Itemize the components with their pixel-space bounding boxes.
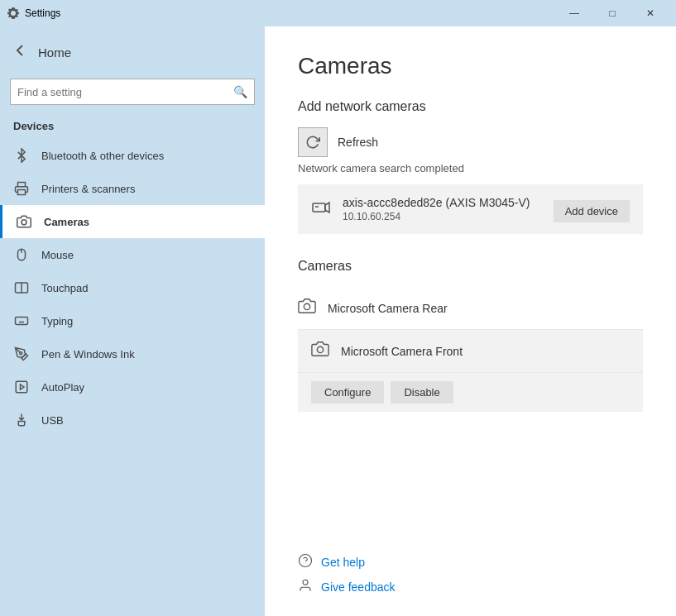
pen-icon [13,346,30,362]
svg-rect-15 [313,203,325,212]
footer-links: Get help Give feedback [298,533,643,599]
refresh-area: Refresh [298,127,643,157]
sidebar-item-bluetooth[interactable]: Bluetooth & other devices [0,139,265,172]
touchpad-icon [13,279,30,296]
title-bar: Settings — □ ✕ [0,0,676,26]
refresh-label: Refresh [338,136,378,149]
settings-window-icon [7,7,20,20]
sidebar-item-typing[interactable]: Typing [0,304,265,337]
get-help-link[interactable]: Get help [298,550,643,575]
printer-icon [13,180,30,197]
sidebar-item-mouse[interactable]: Mouse [0,238,265,271]
close-button[interactable]: ✕ [631,0,669,26]
app-body: Home 🔍 Devices Bluetooth & other devices [0,26,676,616]
cameras-label: Cameras [44,216,89,228]
usb-label: USB [41,414,64,427]
search-box[interactable]: 🔍 [10,79,255,105]
title-bar-label: Settings [25,7,555,19]
touchpad-label: Touchpad [41,282,88,294]
svg-point-22 [303,580,308,585]
camera-rear-name: Microsoft Camera Rear [328,302,448,315]
sidebar-item-pen[interactable]: Pen & Windows Ink [0,337,265,370]
cameras-section-title: Cameras [298,259,643,274]
search-icon: 🔍 [233,85,247,98]
home-label: Home [38,45,71,60]
get-help-label: Get help [321,556,365,569]
network-device-name: axis-accc8eded82e (AXIS M3045-V) [343,196,542,209]
search-input[interactable] [17,86,233,98]
svg-point-12 [20,352,22,355]
sidebar-item-autoplay[interactable]: AutoPlay [0,370,265,404]
svg-point-20 [300,555,312,567]
disable-button[interactable]: Disable [391,381,453,404]
sidebar: Home 🔍 Devices Bluetooth & other devices [0,26,265,616]
cameras-section: Cameras Microsoft Camera Rear [298,259,643,428]
network-device-ip: 10.10.60.254 [343,211,542,222]
network-device-card: axis-accc8eded82e (AXIS M3045-V) 10.10.6… [298,184,643,234]
window-controls: — □ ✕ [555,0,669,26]
svg-marker-14 [21,384,25,389]
usb-icon [13,412,30,428]
camera-item-front-container: Microsoft Camera Front Configure Disable [298,330,643,412]
camera-front-icon [311,340,329,362]
sidebar-item-usb[interactable]: USB [0,404,265,437]
camera-item-rear[interactable]: Microsoft Camera Rear [298,287,643,330]
sidebar-item-cameras[interactable]: Cameras [0,205,265,238]
back-icon [13,43,28,62]
give-feedback-label: Give feedback [321,580,396,594]
help-icon [298,553,313,571]
camera-rear-icon [298,297,316,319]
svg-point-19 [317,346,323,352]
camera-item-front[interactable]: Microsoft Camera Front [298,330,643,373]
svg-rect-0 [18,190,26,195]
pen-label: Pen & Windows Ink [41,348,135,361]
network-device-info: axis-accc8eded82e (AXIS M3045-V) 10.10.6… [343,196,542,222]
svg-point-18 [304,303,309,309]
sidebar-home[interactable]: Home [0,26,265,79]
sidebar-section-title: Devices [0,115,265,139]
minimize-button[interactable]: — [555,0,593,26]
add-device-button[interactable]: Add device [554,200,630,222]
maximize-button[interactable]: □ [593,0,631,26]
autoplay-label: AutoPlay [41,381,84,394]
mouse-icon [13,246,30,263]
svg-rect-6 [16,318,28,325]
network-search-status: Network camera search completed [298,162,643,174]
sidebar-item-touchpad[interactable]: Touchpad [0,271,265,304]
svg-rect-13 [16,381,27,393]
refresh-button[interactable] [298,127,328,157]
configure-button[interactable]: Configure [311,381,384,404]
keyboard-icon [13,313,30,329]
add-network-section-title: Add network cameras [298,99,643,114]
main-content: Cameras Add network cameras Refresh Netw… [265,26,676,616]
sidebar-item-printers[interactable]: Printers & scanners [0,172,265,205]
give-feedback-link[interactable]: Give feedback [298,575,643,599]
bluetooth-label: Bluetooth & other devices [41,150,164,162]
network-camera-icon [311,198,331,222]
svg-marker-16 [325,203,329,212]
typing-label: Typing [41,315,73,327]
camera-actions: Configure Disable [298,373,643,412]
mouse-label: Mouse [41,249,74,261]
feedback-icon [298,578,313,596]
camera-icon [16,213,32,230]
autoplay-icon [13,379,30,395]
bluetooth-icon [13,147,30,164]
page-title: Cameras [298,53,643,79]
printers-label: Printers & scanners [41,183,135,195]
camera-front-name: Microsoft Camera Front [341,345,463,358]
svg-point-1 [22,220,26,225]
